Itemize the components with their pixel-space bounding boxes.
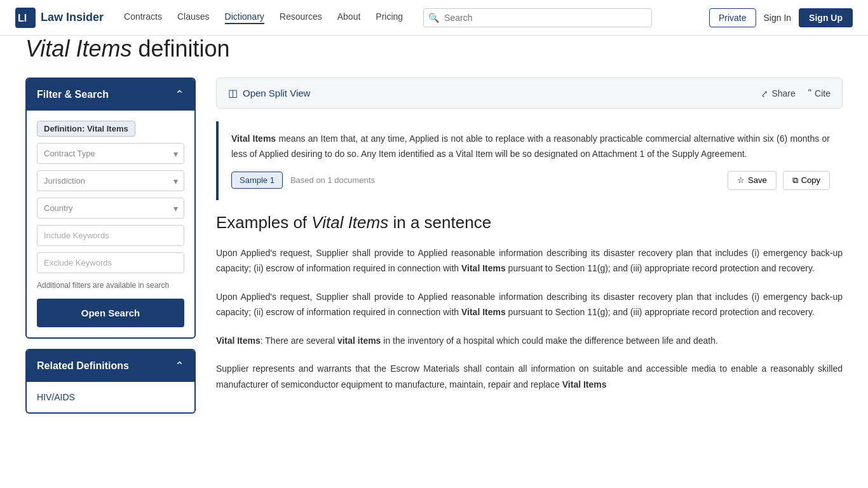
related-link-hivaids[interactable]: HIV/AIDS [37, 392, 75, 402]
example-4-bold: Vital Items [562, 379, 607, 390]
nav-about[interactable]: About [337, 11, 361, 24]
example-3-bold-start: Vital Items [216, 336, 261, 346]
nav-links: Contracts Clauses Dictionary Resources A… [124, 11, 403, 24]
signin-button[interactable]: Sign In [764, 13, 792, 23]
examples-title-prefix: Examples of [216, 213, 311, 232]
country-select[interactable]: Country [37, 198, 184, 219]
cite-label: Cite [815, 88, 831, 98]
page-title-section: Vital Items definition [25, 36, 843, 62]
definition-footer: Sample 1 Based on 1 documents ☆ Save ⧉ C… [231, 171, 830, 190]
definition-bold-term: Vital Items [231, 133, 276, 144]
share-icon: ⤤ [761, 88, 768, 98]
nav-clauses[interactable]: Clauses [177, 11, 210, 24]
examples-title-suffix: in a sentence [388, 213, 491, 232]
jurisdiction-wrapper: Jurisdiction [37, 170, 184, 191]
related-body: HIV/AIDS [27, 382, 194, 412]
main-layout: Vital Items definition Filter & Search ⌃… [0, 36, 868, 439]
nav-search-container: 🔍 [423, 8, 652, 27]
filter-collapse-icon[interactable]: ⌃ [175, 88, 184, 102]
exclude-keywords-input[interactable] [37, 252, 184, 273]
page-title: Vital Items definition [25, 36, 843, 62]
jurisdiction-select[interactable]: Jurisdiction [37, 170, 184, 191]
definition-footer-left: Sample 1 Based on 1 documents [231, 172, 375, 189]
country-wrapper: Country [37, 198, 184, 219]
left-panel: Filter & Search ⌃ Definition: Vital Item… [25, 78, 196, 414]
private-button[interactable]: Private [709, 8, 756, 27]
based-on-text: Based on 1 documents [290, 175, 375, 185]
contract-type-wrapper: Contract Type [37, 143, 184, 164]
cite-button[interactable]: “ Cite [808, 88, 831, 99]
split-view-icon: ◫ [228, 87, 238, 99]
page-title-suffix: definition [132, 36, 229, 62]
save-star-icon: ☆ [737, 175, 745, 185]
filter-header-title: Filter & Search [37, 89, 109, 100]
signup-button[interactable]: Sign Up [799, 8, 853, 27]
page-container: Filter & Search ⌃ Definition: Vital Item… [25, 78, 843, 414]
definition-tag-prefix: Definition: [44, 124, 87, 133]
nav-resources[interactable]: Resources [280, 11, 322, 24]
examples-title: Examples of Vital Items in a sentence [216, 213, 843, 233]
search-input[interactable] [423, 8, 652, 27]
logo-icon: LI [15, 8, 36, 28]
navbar: LI Law Insider Contracts Clauses Diction… [0, 0, 868, 36]
contract-type-select[interactable]: Contract Type [37, 143, 184, 164]
logo-text: Law Insider [41, 11, 104, 24]
content-header: ◫ Open Split View ⤤ Share “ Cite [216, 78, 843, 109]
nav-dictionary[interactable]: Dictionary [225, 11, 264, 24]
example-para-1: Upon Applied's request, Supplier shall p… [216, 245, 843, 276]
copy-button[interactable]: ⧉ Copy [783, 171, 830, 190]
example-para-4: Supplier represents and warrants that th… [216, 361, 843, 392]
related-box: Related Definitions ⌃ HIV/AIDS [25, 349, 196, 414]
search-icon: 🔍 [428, 13, 439, 23]
copy-label: Copy [801, 175, 820, 185]
nav-actions: Private Sign In Sign Up [709, 8, 853, 27]
filter-body: Definition: Vital Items Contract Type Ju… [27, 111, 194, 337]
nav-contracts[interactable]: Contracts [124, 11, 162, 24]
example-3-bold-inline: vital items [337, 336, 381, 346]
logo[interactable]: LI Law Insider [15, 8, 104, 28]
page-title-italic: Vital Items [25, 36, 132, 62]
example-para-3: Vital Items: There are several vital ite… [216, 333, 843, 349]
open-split-view-btn[interactable]: ◫ Open Split View [228, 87, 310, 99]
include-keywords-input[interactable] [37, 225, 184, 246]
definition-tag: Definition: Vital Items [37, 121, 184, 137]
open-split-view-label: Open Split View [243, 88, 310, 98]
filter-note: Additional filters are available in sear… [37, 281, 184, 290]
example-2-bold: Vital Items [461, 307, 506, 317]
share-label: Share [771, 88, 795, 98]
open-search-button[interactable]: Open Search [37, 299, 184, 327]
save-label: Save [748, 175, 767, 185]
right-content: ◫ Open Split View ⤤ Share “ Cite [216, 78, 843, 414]
content-header-actions: ⤤ Share “ Cite [761, 88, 831, 99]
definition-card: Vital Items means an Item that, at any t… [216, 121, 843, 200]
related-header: Related Definitions ⌃ [27, 350, 194, 382]
copy-icon: ⧉ [792, 175, 798, 186]
definition-footer-right: ☆ Save ⧉ Copy [728, 171, 830, 190]
svg-text:LI: LI [18, 13, 27, 24]
examples-title-italic: Vital Items [311, 213, 388, 232]
definition-text: Vital Items means an Item that, at any t… [231, 132, 830, 162]
sample-1-button[interactable]: Sample 1 [231, 172, 283, 189]
related-header-title: Related Definitions [37, 360, 129, 372]
cite-icon: “ [808, 88, 811, 99]
example-para-2: Upon Applied's request, Supplier shall p… [216, 289, 843, 320]
example-1-bold: Vital Items [461, 263, 506, 273]
save-button[interactable]: ☆ Save [728, 171, 776, 190]
related-collapse-icon[interactable]: ⌃ [175, 359, 184, 373]
filter-header: Filter & Search ⌃ [27, 79, 194, 111]
filter-box: Filter & Search ⌃ Definition: Vital Item… [25, 78, 196, 339]
definition-tag-value: Vital Items [87, 124, 128, 133]
nav-pricing[interactable]: Pricing [376, 11, 403, 24]
share-button[interactable]: ⤤ Share [761, 88, 795, 98]
